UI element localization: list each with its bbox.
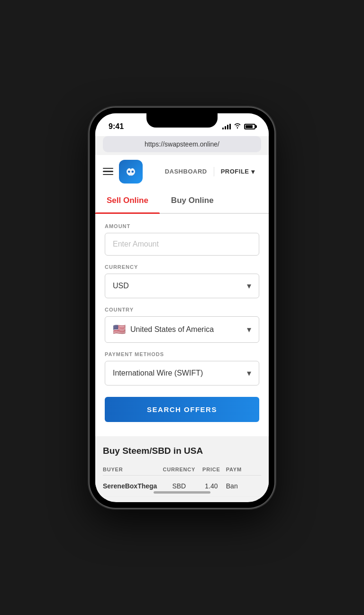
payment-chevron-icon: ▾ [247, 368, 251, 378]
price-cell: 1.40 [197, 482, 226, 490]
profile-nav[interactable]: PROFILE ▾ [214, 168, 261, 175]
url-text: https://swapsteem.online/ [145, 140, 219, 148]
svg-point-1 [132, 170, 134, 173]
table-row[interactable]: SereneBoxThega SBD 1.40 Ban [103, 476, 261, 497]
signal-icon [222, 124, 231, 129]
country-chevron-icon: ▾ [247, 324, 251, 335]
search-offers-button[interactable]: SEARCH OFFERS [105, 397, 259, 422]
logo [119, 160, 143, 184]
main-card: Sell Online Buy Online AMOUNT CURRENCY [95, 188, 269, 436]
sell-form: AMOUNT CURRENCY USD ▾ COUNTRY 🇺� [95, 214, 269, 427]
country-label: COUNTRY [105, 307, 259, 312]
status-time: 9:41 [109, 122, 124, 131]
currency-cell: SBD [162, 482, 197, 490]
country-value: United States of America [130, 325, 214, 334]
flag-icon: 🇺🇸 [113, 323, 126, 336]
payment-cell: Ban [226, 482, 261, 490]
listings-section: Buy Steem/SBD in USA BUYER CURRENCY PRIC… [95, 436, 269, 497]
hamburger-button[interactable] [103, 168, 113, 175]
table-header: BUYER CURRENCY PRICE PAYM [103, 463, 261, 476]
currency-chevron-icon: ▾ [247, 281, 251, 291]
phone-screen: 9:41 https://swapste [95, 113, 269, 502]
currency-label: CURRENCY [105, 264, 259, 270]
payment-column-header: PAYM [226, 467, 261, 472]
country-select[interactable]: 🇺🇸 United States of America ▾ [105, 316, 259, 343]
tabs: Sell Online Buy Online [95, 188, 269, 214]
sell-online-tab[interactable]: Sell Online [95, 188, 160, 213]
amount-input[interactable] [105, 233, 259, 256]
currency-select[interactable]: USD ▾ [105, 274, 259, 298]
home-indicator [154, 491, 210, 494]
price-column-header: PRICE [197, 467, 226, 472]
buyer-column-header: BUYER [103, 467, 162, 472]
currency-column-header: CURRENCY [162, 467, 197, 472]
payment-select[interactable]: International Wire (SWIFT) ▾ [105, 361, 259, 386]
profile-chevron-icon: ▾ [251, 168, 255, 175]
currency-value: USD [113, 282, 129, 290]
phone-frame: 9:41 https://swapste [90, 108, 274, 508]
wifi-icon [234, 123, 241, 130]
nav-bar: DASHBOARD PROFILE ▾ [95, 155, 269, 188]
listings-title: Buy Steem/SBD in USA [103, 446, 261, 456]
url-bar[interactable]: https://swapsteem.online/ [103, 136, 261, 152]
buy-online-tab[interactable]: Buy Online [160, 188, 225, 213]
nav-links: DASHBOARD PROFILE ▾ [158, 167, 261, 176]
page-content: DASHBOARD PROFILE ▾ Sell Online Buy O [95, 155, 269, 499]
payment-value: International Wire (SWIFT) [113, 369, 203, 377]
status-icons [222, 123, 255, 130]
payment-label: PAYMENT METHODS [105, 351, 259, 357]
dashboard-nav[interactable]: DASHBOARD [158, 168, 214, 175]
svg-point-0 [128, 170, 130, 173]
buyer-cell: SereneBoxThega [103, 482, 162, 490]
amount-label: AMOUNT [105, 223, 259, 229]
battery-icon [244, 124, 255, 129]
notch [146, 113, 218, 128]
